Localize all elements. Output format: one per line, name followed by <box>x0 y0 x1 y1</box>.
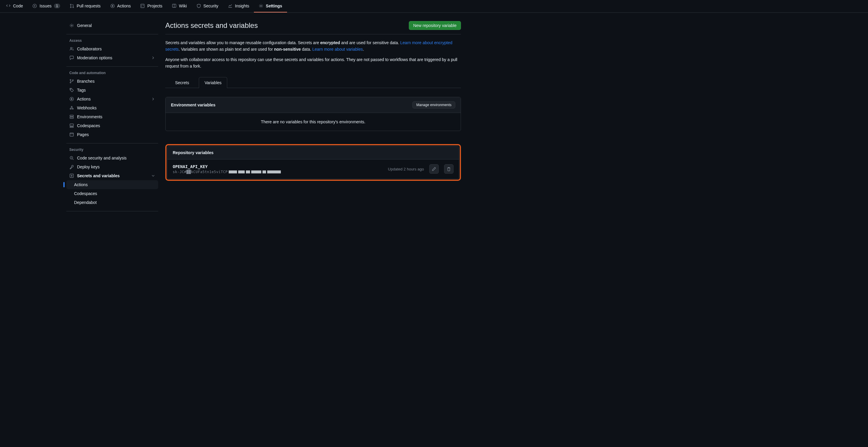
tab-issues-label: Issues <box>39 4 51 8</box>
key-icon <box>69 165 74 169</box>
sidebar-sub-codespaces[interactable]: Codespaces <box>66 189 158 198</box>
webhook-icon <box>69 106 74 110</box>
sidebar-item-label: Secrets and variables <box>77 173 120 178</box>
sidebar-item-secrets-variables[interactable]: Secrets and variables <box>66 171 158 180</box>
sidebar-item-pages[interactable]: Pages <box>66 130 158 139</box>
sidebar-item-tags[interactable]: Tags <box>66 86 158 94</box>
sidebar-item-label: Actions <box>74 182 88 187</box>
variable-updated-text: Updated 2 hours ago <box>388 167 424 171</box>
issues-count-badge: 1 <box>54 4 60 8</box>
chevron-down-icon <box>151 174 155 178</box>
environment-variables-box: Environment variables Manage environment… <box>165 97 461 131</box>
tab-wiki-label: Wiki <box>179 4 187 8</box>
sidebar-item-label: Branches <box>77 79 94 84</box>
sidebar-item-code-security[interactable]: Code security and analysis <box>66 153 158 162</box>
svg-point-12 <box>72 80 73 81</box>
text-bold: non-sensitive <box>274 47 301 52</box>
gear-icon <box>259 4 264 8</box>
sidebar-sub-dependabot[interactable]: Dependabot <box>66 198 158 207</box>
sidebar-item-label: Environments <box>77 114 102 119</box>
svg-point-13 <box>70 89 71 90</box>
text: and are used for sensitive data. <box>340 40 400 45</box>
tab-code-label: Code <box>13 4 23 8</box>
svg-point-2 <box>70 4 71 5</box>
codespaces-icon <box>69 123 74 128</box>
people-icon <box>69 47 74 51</box>
text-bold: encrypted <box>320 40 340 45</box>
shield-icon <box>196 4 201 8</box>
sidebar-item-branches[interactable]: Branches <box>66 77 158 86</box>
text: Secrets and variables allow you to manag… <box>165 40 320 45</box>
tab-settings[interactable]: Settings <box>254 0 287 12</box>
repository-variables-highlight: Repository variables OPENAI_API_KEY sk-J… <box>165 144 461 181</box>
play-icon <box>110 4 115 8</box>
new-repository-variable-button[interactable]: New repository variable <box>409 21 461 30</box>
svg-point-16 <box>72 108 73 109</box>
description-paragraph-1: Secrets and variables allow you to manag… <box>165 40 461 53</box>
tab-insights-label: Insights <box>235 4 249 8</box>
tab-variables[interactable]: Variables <box>199 77 227 88</box>
settings-sidebar: General Access Collaborators Moderation … <box>66 21 158 215</box>
sidebar-item-environments[interactable]: Environments <box>66 112 158 121</box>
pencil-icon <box>432 167 436 171</box>
trash-icon <box>446 167 451 171</box>
svg-point-10 <box>70 80 71 80</box>
sidebar-item-label: Deploy keys <box>77 165 99 169</box>
svg-rect-20 <box>70 124 73 126</box>
learn-more-variables-link[interactable]: Learn more about variables <box>312 47 363 52</box>
sidebar-item-label: Codespaces <box>77 123 100 128</box>
manage-environments-button[interactable]: Manage environments <box>412 101 455 109</box>
tab-pulls[interactable]: Pull requests <box>65 0 105 12</box>
main-content: Actions secrets and variables New reposi… <box>165 21 461 215</box>
svg-point-17 <box>71 106 72 107</box>
sidebar-item-label: Actions <box>77 97 91 101</box>
chevron-right-icon <box>151 56 155 60</box>
tab-projects[interactable]: Projects <box>135 0 167 12</box>
sidebar-item-label: Code security and analysis <box>77 156 126 160</box>
redaction-block <box>246 171 250 173</box>
svg-point-1 <box>34 5 35 6</box>
text: sk-JC#██kCUFa5tn1e5viTCP <box>173 170 227 174</box>
variable-row: OPENAI_API_KEY sk-JC#██kCUFa5tn1e5viTCP … <box>167 159 459 179</box>
branch-icon <box>69 79 74 84</box>
edit-variable-button[interactable] <box>429 164 439 174</box>
tab-pulls-label: Pull requests <box>77 4 101 8</box>
redaction-block <box>267 171 281 173</box>
sidebar-item-label: Dependabot <box>74 200 97 205</box>
tab-wiki[interactable]: Wiki <box>167 0 191 12</box>
tab-insights[interactable]: Insights <box>223 0 254 12</box>
svg-point-9 <box>70 48 72 49</box>
sidebar-item-label: Moderation options <box>77 55 112 60</box>
tab-actions[interactable]: Actions <box>105 0 136 12</box>
svg-point-7 <box>260 5 261 6</box>
server-icon <box>69 114 74 119</box>
sidebar-item-collaborators[interactable]: Collaborators <box>66 44 158 53</box>
sidebar-item-codespaces[interactable]: Codespaces <box>66 121 158 130</box>
tab-code[interactable]: Code <box>1 0 28 12</box>
tab-security[interactable]: Security <box>192 0 223 12</box>
browser-icon <box>69 132 74 137</box>
tab-secrets[interactable]: Secrets <box>169 77 195 88</box>
sidebar-item-general[interactable]: General <box>66 21 158 30</box>
sidebar-sub-actions[interactable]: Actions <box>66 180 158 189</box>
repo-nav: Code Issues 1 Pull requests Actions Proj… <box>0 0 868 13</box>
sidebar-item-webhooks[interactable]: Webhooks <box>66 103 158 112</box>
sidebar-item-deploy-keys[interactable]: Deploy keys <box>66 162 158 171</box>
description-paragraph-2: Anyone with collaborator access to this … <box>165 57 461 69</box>
svg-point-3 <box>70 7 71 8</box>
play-icon <box>69 97 74 101</box>
tag-icon <box>69 88 74 92</box>
sidebar-item-actions[interactable]: Actions <box>66 94 158 103</box>
delete-variable-button[interactable] <box>444 164 454 174</box>
svg-point-11 <box>70 82 71 83</box>
env-variables-heading: Environment variables <box>171 102 215 107</box>
asterisk-icon <box>69 173 74 178</box>
comment-icon <box>69 55 74 60</box>
sidebar-item-moderation[interactable]: Moderation options <box>66 53 158 62</box>
sidebar-item-label: Collaborators <box>77 47 102 51</box>
redaction-block <box>229 171 237 173</box>
sidebar-section-access: Access <box>66 38 158 44</box>
repo-variables-heading: Repository variables <box>173 150 214 155</box>
sidebar-section-security: Security <box>66 148 158 153</box>
tab-issues[interactable]: Issues 1 <box>28 0 65 12</box>
